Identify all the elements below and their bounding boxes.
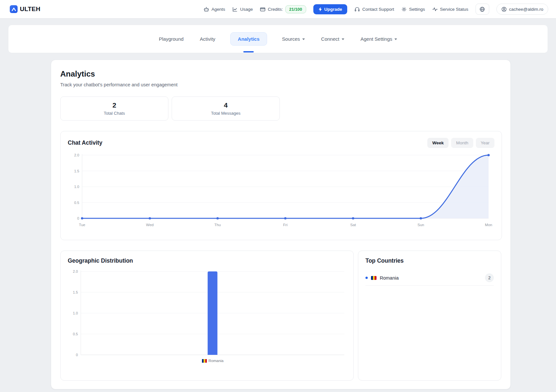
page-subtitle: Track your chatbot's performance and use… <box>60 81 501 88</box>
country-count-badge: 2 <box>485 273 494 282</box>
credits-label: Credits: <box>268 7 283 12</box>
tab-connect-label: Connect <box>321 36 339 42</box>
service-status-label: Service Status <box>440 7 468 12</box>
svg-text:1.0: 1.0 <box>74 185 79 189</box>
total-messages-value: 4 <box>224 101 228 109</box>
top-countries-title: Top Countries <box>365 257 494 264</box>
geographic-distribution-title: Geographic Distribution <box>68 257 346 264</box>
stat-card-total-chats: 2 Total Chats <box>60 96 168 121</box>
range-selector: Week Month Year <box>427 138 494 148</box>
chat-activity-header: Chat Activity Week Month Year <box>68 138 494 148</box>
upgrade-button[interactable]: Upgrade <box>313 4 348 14</box>
top-countries-panel: Top Countries Romania 2 <box>358 251 501 381</box>
bullet-dot-icon <box>365 277 368 279</box>
brand-name: ULTEH <box>20 6 40 13</box>
svg-text:Fri: Fri <box>283 223 287 227</box>
analytics-page-card: Analytics Track your chatbot's performan… <box>51 60 511 389</box>
chat-activity-line-chart: 00.51.01.52.0TueWedThuFriSatSunMon <box>68 152 495 230</box>
svg-text:1.0: 1.0 <box>73 311 78 315</box>
chevron-down-icon <box>342 38 344 40</box>
credits-value-badge: 21/100 <box>285 5 306 13</box>
svg-text:Wed: Wed <box>146 223 153 227</box>
total-messages-label: Total Messages <box>211 111 240 116</box>
range-year-button[interactable]: Year <box>476 138 494 148</box>
usage-chart-icon <box>232 7 238 12</box>
stats-row: 2 Total Chats 4 Total Messages <box>60 96 501 121</box>
user-avatar-icon <box>501 7 507 12</box>
tab-playground-label: Playground <box>159 36 184 42</box>
total-chats-value: 2 <box>112 101 116 109</box>
svg-text:Mon: Mon <box>485 223 492 227</box>
robot-icon <box>204 7 209 12</box>
country-name: Romania <box>380 275 399 281</box>
brand-logo-icon <box>10 5 18 13</box>
tab-sources[interactable]: Sources <box>281 33 306 45</box>
nav-usage-label: Usage <box>240 7 253 12</box>
user-account-menu[interactable]: cachee@aldim.ro <box>496 4 548 15</box>
credit-card-icon <box>260 7 265 12</box>
svg-text:Tue: Tue <box>79 223 85 227</box>
nav-service-status[interactable]: Service Status <box>432 7 468 12</box>
upgrade-label: Upgrade <box>324 7 342 12</box>
svg-text:0.5: 0.5 <box>73 332 78 336</box>
svg-text:2.0: 2.0 <box>73 269 78 273</box>
nav-credits: Credits: 21/100 <box>260 5 306 13</box>
agent-tab-bar: Playground Activity Analytics Sources Co… <box>8 25 548 53</box>
geographic-distribution-panel: Geographic Distribution 00.51.01.52.0Rom… <box>60 251 354 381</box>
globe-icon <box>479 7 485 12</box>
total-chats-label: Total Chats <box>104 111 125 116</box>
svg-text:0: 0 <box>76 353 78 357</box>
nav-usage[interactable]: Usage <box>232 7 253 12</box>
tab-agent-settings[interactable]: Agent Settings <box>359 33 399 45</box>
nav-settings[interactable]: Settings <box>401 7 425 12</box>
tab-connect[interactable]: Connect <box>320 33 346 45</box>
country-row-romania: Romania 2 <box>365 270 494 286</box>
user-email: cachee@aldim.ro <box>509 7 543 12</box>
svg-text:1.5: 1.5 <box>74 169 79 173</box>
language-globe-button[interactable] <box>476 4 489 15</box>
brand-logo[interactable]: ULTEH <box>10 5 40 13</box>
tab-agent-settings-label: Agent Settings <box>361 36 392 42</box>
contact-support-label: Contact Support <box>362 7 394 12</box>
tab-activity[interactable]: Activity <box>199 33 217 45</box>
geo-bar-chart: 00.51.01.52.0Romania <box>68 268 347 365</box>
tab-analytics[interactable]: Analytics <box>230 32 267 46</box>
tab-activity-label: Activity <box>200 36 216 42</box>
headset-icon <box>354 7 360 12</box>
svg-text:Romania: Romania <box>208 359 224 363</box>
pulse-icon <box>432 7 438 12</box>
settings-label: Settings <box>409 7 425 12</box>
header-nav: Agents Usage Credits: 21/100 Upgrade <box>204 4 548 15</box>
tab-analytics-label: Analytics <box>238 36 260 42</box>
page-title: Analytics <box>60 69 501 79</box>
svg-text:0.5: 0.5 <box>74 201 79 205</box>
nav-agents[interactable]: Agents <box>204 7 225 12</box>
romania-flag-icon <box>371 276 377 280</box>
svg-text:1.5: 1.5 <box>73 290 78 294</box>
tab-playground[interactable]: Playground <box>158 33 185 45</box>
chat-activity-chart-wrap: 00.51.01.52.0TueWedThuFriSatSunMon <box>68 152 494 230</box>
bottom-charts-row: Geographic Distribution 00.51.01.52.0Rom… <box>60 251 501 381</box>
chevron-down-icon <box>394 38 397 40</box>
gear-icon <box>401 7 407 12</box>
bolt-icon <box>319 7 322 11</box>
chat-activity-title: Chat Activity <box>68 139 102 146</box>
chevron-down-icon <box>302 38 305 40</box>
nav-agents-label: Agents <box>211 7 225 12</box>
svg-text:2.0: 2.0 <box>74 153 79 157</box>
range-month-button[interactable]: Month <box>451 138 473 148</box>
stat-card-total-messages: 4 Total Messages <box>172 96 280 121</box>
tab-sources-label: Sources <box>282 36 300 42</box>
active-tab-underline <box>243 51 254 52</box>
svg-text:0: 0 <box>77 216 79 220</box>
top-header: ULTEH Agents Usage Credits: 21/100 <box>0 0 556 18</box>
svg-text:Thu: Thu <box>214 223 221 227</box>
chat-activity-panel: Chat Activity Week Month Year 00.51.01.5… <box>60 131 502 240</box>
range-week-button[interactable]: Week <box>427 138 449 148</box>
nav-contact-support[interactable]: Contact Support <box>354 7 394 12</box>
svg-text:Sat: Sat <box>350 223 356 227</box>
svg-text:Sun: Sun <box>418 223 424 227</box>
geo-chart-wrap: 00.51.01.52.0Romania <box>68 268 346 365</box>
